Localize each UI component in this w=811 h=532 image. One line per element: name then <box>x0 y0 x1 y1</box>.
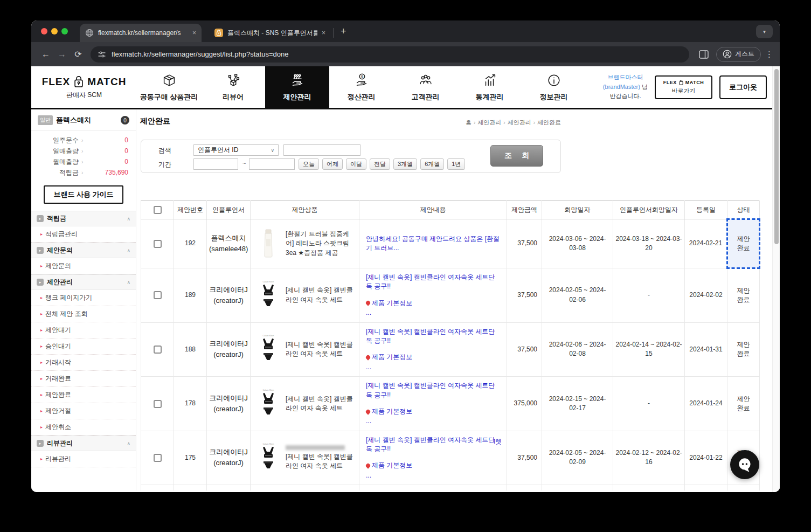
info-icon <box>546 72 562 88</box>
sidebar-section-points[interactable]: ▸적립금∧ <box>31 211 136 226</box>
scrollbar-track[interactable] <box>772 66 780 492</box>
tab-close-icon[interactable]: × <box>322 29 325 37</box>
nav-item-group-purchase[interactable]: 공동구매 상품관리 <box>137 66 201 108</box>
sidebar-item-approval-waiting[interactable]: ▸승인대기 <box>31 338 136 355</box>
col-reg-date: 등록일 <box>685 201 727 219</box>
site-settings-icon[interactable] <box>98 50 106 59</box>
nav-item-customers[interactable]: 고객관리 <box>393 66 458 108</box>
lock-logo-icon <box>678 79 684 86</box>
side-panel-icon[interactable] <box>696 46 712 63</box>
svg-text:Calvin Klein: Calvin Klein <box>262 334 274 337</box>
search-type-select[interactable]: 인플루언서 ID ∨ <box>193 144 279 156</box>
nav-item-information[interactable]: 정보관리 <box>522 66 586 108</box>
influencer-id: (creatorJ) <box>209 295 248 306</box>
period-today-button[interactable]: 오늘 <box>299 158 319 170</box>
stat-daily-sales[interactable]: 일매출량›0 <box>39 146 128 156</box>
search-submit-button[interactable]: 조 회 <box>490 145 543 167</box>
chevron-down-icon: ∨ <box>271 148 274 153</box>
address-bar[interactable]: flexmatch.kr/sellermanager/suggest/list.… <box>91 46 689 63</box>
select-all-checkbox[interactable] <box>154 206 162 214</box>
sidebar-item-rank-page[interactable]: ▸랭크 페이지가기 <box>31 290 136 306</box>
col-product: 제안상품 <box>251 201 359 219</box>
row-checkbox[interactable] <box>154 454 162 462</box>
period-3months-button[interactable]: 3개월 <box>393 158 417 170</box>
sidebar-item-proposal-rejected[interactable]: ▸제안거절 <box>31 403 136 419</box>
logout-button[interactable]: 로그아웃 <box>719 75 767 99</box>
tab-search-button[interactable]: ▾ <box>756 25 773 38</box>
row-checkbox[interactable] <box>154 400 162 408</box>
row-checkbox[interactable] <box>154 291 162 299</box>
window-close-button[interactable] <box>41 28 47 34</box>
date-from-input[interactable] <box>193 158 238 170</box>
sidebar-item-points-management[interactable]: ▸적립금관리 <box>31 226 136 243</box>
tab-close-icon[interactable]: × <box>192 29 196 37</box>
new-tab-button[interactable]: + <box>341 26 346 37</box>
proposal-content-link[interactable]: [제니 캘빈 속옷] 캘빈클라인 여자속옷 세트단독 공구!! <box>366 382 495 398</box>
tab-flexmatch-home[interactable]: 플렉스매치 - SNS 인플루언서를 위 × <box>209 24 331 42</box>
back-button[interactable]: ← <box>38 46 54 63</box>
stat-weekly-orders[interactable]: 일주문수›0 <box>39 135 128 146</box>
sidebar-item-trade-start[interactable]: ▸거래시작 <box>31 355 136 371</box>
sidebar-item-proposal-complete[interactable]: ▸제안완료 <box>31 387 136 403</box>
row-checkbox[interactable] <box>154 240 162 248</box>
nav-item-proposal-management[interactable]: 제안관리 <box>265 66 329 108</box>
period-1year-button[interactable]: 1년 <box>447 158 465 170</box>
hope-date: 2024-01-30 ~ 2024-01- <box>542 485 613 490</box>
window-minimize-button[interactable] <box>51 28 58 34</box>
sidebar-item-all-proposals[interactable]: ▸전체 제안 조회 <box>31 306 136 322</box>
content-tail-text: l렛 <box>494 437 502 446</box>
sidebar-item-review-management[interactable]: ▸리뷰관리 <box>31 451 136 467</box>
sidebar-item-proposal-cancelled[interactable]: ▸제안취소 <box>31 419 136 436</box>
proposal-number: 188 <box>174 322 207 377</box>
item-bullet-icon: ▸ <box>40 425 43 430</box>
chevron-right-icon: › <box>81 159 83 165</box>
profile-label: 게스트 <box>735 50 754 59</box>
stat-points[interactable]: 적립금›735,690 <box>39 167 128 178</box>
welcome-message: 브랜드마스터 (brandMaster) 님 반갑습니다. <box>603 73 648 101</box>
nav-item-reviewer[interactable]: 리뷰어 <box>201 66 265 108</box>
browser-menu-icon[interactable]: ⋮ <box>765 50 773 59</box>
flexmatch-logo[interactable]: FLEX MATCH 판매자 SCM <box>31 66 137 108</box>
main-area: 제안완료 홈›제안관리›제안관리›제안완료 검색 인플루언서 ID ∨ 기간 ~ <box>136 109 780 490</box>
nav-item-settlement[interactable]: $ 정산관리 <box>329 66 393 108</box>
sidebar-section-proposal-management[interactable]: ▸제안관리∧ <box>31 274 136 290</box>
scrollbar-thumb[interactable] <box>774 69 779 244</box>
profile-button[interactable]: 게스트 <box>716 47 761 62</box>
reg-date: 2024-01-31 <box>685 322 727 377</box>
proposal-content-link[interactable]: 안녕하세요! 공동구매 제안드려요 상품은 [환절기 트러브... <box>366 235 500 252</box>
date-to-input[interactable] <box>249 158 295 170</box>
brand-guide-button[interactable]: 브랜드 사용 가이드 <box>44 185 123 204</box>
proposal-content-link[interactable]: [제니 캘빈 속옷] 캘빈클라인 여자속옷 세트단독 공구!! <box>366 490 495 490</box>
sidebar-section-proposal-inquiry[interactable]: ▸제안문의∧ <box>31 243 136 258</box>
proposal-content-link[interactable]: [제니 캘빈 속옷] 캘빈클라인 여자속옷 세트단독 공구!! <box>366 436 495 453</box>
window-maximize-button[interactable] <box>61 28 68 34</box>
reload-button[interactable]: ⟳ <box>70 46 86 63</box>
period-6months-button[interactable]: 6개월 <box>420 158 444 170</box>
status-cell-selected[interactable]: 제안완료 <box>727 219 760 268</box>
tab-sellermanager[interactable]: flexmatch.kr/sellermanager/s × <box>80 24 202 42</box>
package-icon <box>161 72 177 88</box>
breadcrumb-home[interactable]: 홈 <box>466 119 472 126</box>
influencer-name: 크리에이터J <box>209 393 248 404</box>
proposal-content-link[interactable]: [제니 캘빈 속옷] 캘빈클라인 여자속옷 세트단독 공구!! <box>366 273 495 290</box>
sidebar-section-review-management[interactable]: ▸리뷰관리∧ <box>31 436 136 451</box>
period-last-month-button[interactable]: 전달 <box>370 158 390 170</box>
nav-item-statistics[interactable]: 통계관리 <box>458 66 522 108</box>
sidebar-item-trade-complete[interactable]: ▸거래완료 <box>31 371 136 387</box>
chat-button[interactable] <box>730 450 759 479</box>
pin-icon <box>365 409 371 414</box>
pin-icon <box>365 300 371 306</box>
product-title: [제니 캘빈 속옷] 캘빈클라인 여자 속옷 세트 <box>286 395 353 413</box>
flexmatch-shortcut-button[interactable]: FLEX MATCH 바로가기 <box>655 75 712 99</box>
sidebar-item-proposal-inquiry[interactable]: ▸제안문의 <box>31 258 136 274</box>
period-yesterday-button[interactable]: 어제 <box>322 158 343 170</box>
row-checkbox[interactable] <box>154 346 162 354</box>
product-title: [제니 캘빈 속옷] 캘빈클라인 여자 속옷 세트 <box>286 286 353 305</box>
forward-button[interactable]: → <box>54 46 70 63</box>
proposal-content-link[interactable]: [제니 캘빈 속옷] 캘빈클라인 여자속옷 세트단독 공구!! <box>366 328 495 344</box>
period-this-month-button[interactable]: 이달 <box>346 158 366 170</box>
stat-monthly-sales[interactable]: 월매출량›0 <box>39 156 128 167</box>
tab-title: flexmatch.kr/sellermanager/s <box>98 29 188 37</box>
sidebar-item-proposal-waiting[interactable]: ▸제안대기 <box>31 322 136 338</box>
search-input[interactable] <box>283 144 361 156</box>
